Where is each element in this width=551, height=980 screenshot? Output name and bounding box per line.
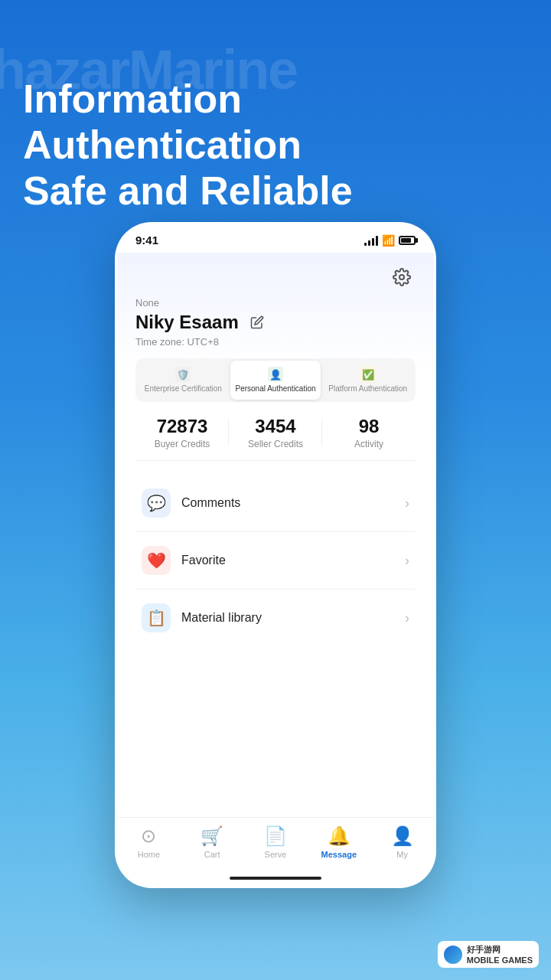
stats-row: 72873 Buyer Credits 3454 Seller Credits … [135,416,416,461]
seller-credits-label: Seller Credits [229,439,322,449]
bottom-nav: ⊙ Home 🛒 Cart 📄 Serve 🔔 Message 👤 My [117,817,434,886]
activity-label: Activity [322,439,416,449]
user-role: None [135,297,416,309]
cart-label: Cart [204,850,220,859]
nav-cart[interactable]: 🛒 Cart [181,825,244,859]
favorite-icon-wrap: ❤️ [142,546,171,575]
nav-message[interactable]: 🔔 Message [307,825,370,859]
comments-label: Comments [181,496,405,510]
favorite-icon: ❤️ [147,551,166,570]
my-icon: 👤 [391,825,414,847]
home-indicator [230,877,321,880]
favorite-label: Favorite [181,554,405,567]
activity-stat: 98 Activity [322,416,416,449]
enterprise-tab-label: Enterprise Certification [145,384,222,394]
buyer-credits-value: 72873 [135,416,229,437]
buyer-credits-stat: 72873 Buyer Credits [135,416,229,449]
watermark-logo [444,946,462,964]
comments-chevron-icon: › [405,495,409,511]
user-name: Niky Esaam [135,312,239,333]
serve-icon: 📄 [264,825,287,847]
status-bar: 9:41 📶 [117,224,434,253]
gear-icon [393,268,411,286]
signal-icon [364,235,378,246]
menu-item-favorite[interactable]: ❤️ Favorite › [135,532,416,590]
buyer-credits-label: Buyer Credits [135,439,229,449]
personal-icon: 👤 [268,367,283,382]
activity-value: 98 [322,416,416,437]
settings-row [135,260,416,297]
message-label: Message [321,850,357,859]
serve-label: Serve [265,850,287,859]
comments-icon: 💬 [147,494,166,512]
message-icon: 🔔 [328,825,350,847]
enterprise-icon: 🛡️ [175,367,191,382]
settings-button[interactable] [388,263,416,291]
hero-section: Information Authentication Safe and Reli… [23,77,528,214]
user-name-row: Niky Esaam [135,312,416,333]
app-content: None Niky Esaam Time zone: UTC+8 🛡️ Ente… [117,253,434,646]
nav-home[interactable]: ⊙ Home [117,825,181,859]
material-library-icon-wrap: 📋 [142,603,171,632]
phone-mockup: 9:41 📶 None [115,222,436,888]
tab-platform[interactable]: ✅ Platform Authentication [322,361,413,400]
home-label: Home [138,850,160,859]
platform-tab-label: Platform Authentication [328,384,407,394]
my-label: My [396,850,408,859]
status-time: 9:41 [135,234,158,247]
pencil-icon [250,315,264,329]
material-library-label: Material library [181,611,405,625]
menu-list: 💬 Comments › ❤️ Favorite › 📋 Material li… [135,475,416,646]
auth-tabs: 🛡️ Enterprise Certification 👤 Personal A… [135,358,416,402]
tab-enterprise[interactable]: 🛡️ Enterprise Certification [138,361,229,400]
watermark-text: 好手游网MOBILE GAMES [467,944,533,965]
personal-tab-label: Personal Authentication [235,384,315,394]
material-library-chevron-icon: › [405,610,409,626]
nav-serve[interactable]: 📄 Serve [244,825,308,859]
svg-point-0 [399,275,404,279]
status-icons: 📶 [364,234,416,247]
nav-my[interactable]: 👤 My [370,825,434,859]
menu-item-material-library[interactable]: 📋 Material library › [135,590,416,646]
seller-credits-value: 3454 [229,416,322,437]
user-timezone: Time zone: UTC+8 [135,336,416,348]
watermark-badge: 好手游网MOBILE GAMES [438,941,539,968]
wifi-icon: 📶 [382,234,395,247]
hero-title: Information Authentication Safe and Reli… [23,77,528,214]
favorite-chevron-icon: › [405,553,409,569]
platform-icon: ✅ [360,367,376,382]
comments-icon-wrap: 💬 [142,488,171,518]
cart-icon: 🛒 [201,825,223,847]
tab-personal[interactable]: 👤 Personal Authentication [230,361,321,400]
battery-icon [399,236,416,245]
seller-credits-stat: 3454 Seller Credits [229,416,322,449]
material-library-icon: 📋 [147,609,166,627]
home-icon: ⊙ [141,825,156,847]
menu-item-comments[interactable]: 💬 Comments › [135,475,416,532]
edit-name-button[interactable] [246,312,268,333]
